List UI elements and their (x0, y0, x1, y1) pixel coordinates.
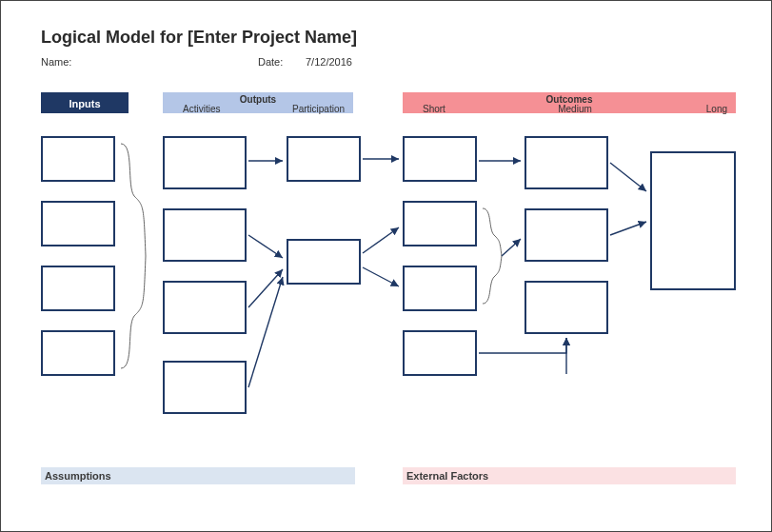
header-outputs: Outputs Activities Participation (163, 92, 353, 113)
participation-box-1[interactable] (287, 136, 361, 182)
header-inputs: Inputs (41, 92, 129, 113)
input-box-2[interactable] (41, 201, 115, 246)
input-box-1[interactable] (41, 136, 115, 182)
page-title: Logical Model for [Enter Project Name] (41, 28, 357, 48)
medium-box-2[interactable] (525, 208, 608, 262)
svg-line-6 (363, 267, 399, 286)
date-value: 7/12/2016 (306, 56, 352, 68)
header-outcomes-medium: Medium (525, 105, 626, 114)
header-outcomes-short: Short (423, 105, 525, 114)
svg-line-1 (248, 235, 283, 258)
input-box-3[interactable] (41, 266, 115, 311)
header-outcomes: Outcomes Short Medium Long (403, 92, 736, 113)
header-outcomes-long: Long (625, 105, 727, 114)
activity-box-1[interactable] (163, 136, 247, 189)
short-box-2[interactable] (403, 201, 477, 246)
long-box-1[interactable] (650, 151, 736, 290)
svg-line-3 (248, 277, 283, 387)
medium-box-3[interactable] (525, 281, 608, 334)
short-box-3[interactable] (403, 266, 477, 311)
activity-box-3[interactable] (163, 281, 247, 334)
footer-assumptions: Assumptions (41, 467, 355, 484)
activity-box-2[interactable] (163, 208, 247, 262)
svg-line-5 (363, 227, 399, 253)
name-label: Name: (41, 56, 71, 68)
svg-line-2 (248, 269, 283, 307)
activity-box-4[interactable] (163, 361, 247, 414)
date-label: Date: (258, 56, 283, 68)
svg-line-11 (610, 222, 646, 235)
header-outputs-activities: Activities (183, 105, 264, 114)
header-outputs-sub: Activities Participation (164, 105, 352, 115)
footer-external: External Factors (403, 467, 736, 484)
short-box-1[interactable] (403, 136, 477, 182)
input-box-4[interactable] (41, 330, 115, 376)
svg-line-10 (610, 163, 646, 191)
short-box-4[interactable] (403, 330, 477, 376)
participation-box-2[interactable] (287, 239, 361, 285)
page-frame: Logical Model for [Enter Project Name] N… (0, 0, 772, 532)
header-outputs-participation: Participation (264, 105, 345, 114)
medium-box-1[interactable] (525, 136, 608, 189)
header-outcomes-sub: Short Medium Long (404, 105, 735, 115)
svg-line-8 (502, 239, 521, 256)
